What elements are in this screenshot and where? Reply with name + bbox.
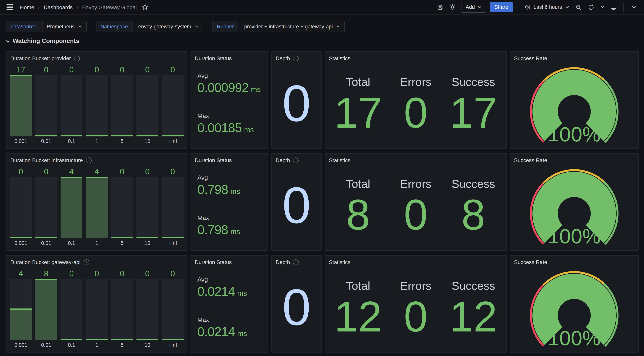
zoom-out-time-icon[interactable] <box>574 2 584 12</box>
panel-duration-status-provider: Duration Status Avg 0.000992ms Max 0.001… <box>190 51 268 149</box>
panel-header[interactable]: Duration Bucket: infrastructure i <box>6 154 187 164</box>
panel-header[interactable]: Success Rate <box>510 256 638 266</box>
breadcrumb-home[interactable]: Home <box>20 4 34 10</box>
divider <box>623 3 624 11</box>
breadcrumb-dashboards[interactable]: Dashboards <box>44 4 73 10</box>
namespace-filter-label[interactable]: Namespace <box>96 21 132 32</box>
max-unit: ms <box>244 126 254 134</box>
collapse-topbar-chevron-icon[interactable] <box>629 2 639 12</box>
avg-label: Avg <box>198 174 268 181</box>
menu-icon[interactable] <box>4 2 15 12</box>
bar-cap <box>60 339 82 340</box>
bar-track <box>111 75 133 136</box>
stat-total: Total 8 <box>346 178 370 235</box>
bar-track <box>10 177 32 238</box>
bar-track <box>60 177 82 238</box>
runner-filter-label[interactable]: Runner <box>212 21 238 32</box>
refresh-interval-chevron-icon[interactable] <box>599 2 606 12</box>
bucket-bar: 010 <box>136 64 158 147</box>
favorite-star-icon[interactable] <box>142 4 148 10</box>
bar-value-label: 8 <box>35 268 57 279</box>
bar-value-label: 0 <box>111 268 133 279</box>
panel-duration-status-gateway-api: Duration Status Avg 0.0214ms Max 0.0214m… <box>190 255 268 352</box>
grafana-dashboard: Home › Dashboards › Envoy Gateway Global… <box>0 0 644 356</box>
info-icon[interactable]: i <box>84 260 89 265</box>
bar-value-label: 0 <box>136 268 158 279</box>
stat-value: 0 <box>404 195 428 235</box>
max-value: 0.798 <box>198 223 228 237</box>
kiosk-monitor-icon[interactable] <box>608 2 618 12</box>
gauge-value-text: 100% <box>548 326 601 348</box>
success-rate-gauge: 100% <box>510 266 638 352</box>
bar-x-label: 10 <box>136 238 158 249</box>
panel-depth-gateway-api: Depth i 0 <box>272 255 322 352</box>
panel-header[interactable]: Success Rate <box>510 154 638 164</box>
bucket-bar: 170.001 <box>10 64 32 147</box>
panel-duration-status-infrastructure: Duration Status Avg 0.798ms Max 0.798ms <box>190 153 268 250</box>
datasource-filter-value-text: Prometheus <box>47 24 75 29</box>
success-rate-gauge: 100% <box>510 62 638 148</box>
stat-total: Total 12 <box>334 280 382 337</box>
refresh-icon[interactable] <box>586 2 596 12</box>
depth-value: 0 <box>282 282 311 333</box>
panel-header[interactable]: Duration Bucket: gateway-api i <box>6 256 187 266</box>
bar-x-label: 0.01 <box>35 136 57 147</box>
bar-cap <box>111 339 133 340</box>
panel-depth-provider: Depth i 0 <box>272 51 322 149</box>
divider <box>518 3 518 11</box>
info-icon[interactable]: i <box>86 158 92 163</box>
info-icon[interactable]: i <box>74 56 80 61</box>
bucket-bar: 01 <box>86 64 108 147</box>
stat-label: Total <box>346 178 370 191</box>
runner-filter-value[interactable]: provider + infrastructure + gateway-api <box>240 21 344 32</box>
bucket-bar: 40.1 <box>60 166 82 249</box>
dashboard-settings-gear-icon[interactable] <box>448 2 458 12</box>
bucket-bar: 00.1 <box>60 268 82 351</box>
stat-value: 17 <box>450 93 497 133</box>
stat-value: 8 <box>461 195 485 235</box>
panel-duration-bucket-infrastructure: Duration Bucket: infrastructure i 00.001… <box>6 153 188 250</box>
max-value: 0.00185 <box>198 121 242 135</box>
bar-value-label: 0 <box>35 166 57 177</box>
bucket-bar: 00.001 <box>10 166 32 249</box>
stat-value: 0 <box>404 93 428 133</box>
time-range-picker[interactable]: Last 6 hours <box>523 2 571 12</box>
filter-runner: Runner provider + infrastructure + gatew… <box>212 21 344 32</box>
bar-x-label: 0.001 <box>10 238 32 249</box>
duration-bucket-chart: 170.00100.0100.101050100+Inf <box>6 62 187 148</box>
bar-x-label: 5 <box>111 340 133 351</box>
bar-cap <box>10 75 32 76</box>
add-button[interactable]: Add <box>461 2 486 12</box>
depth-body: 0 <box>272 160 321 250</box>
datasource-filter-label[interactable]: datasource <box>6 21 41 32</box>
namespace-filter-value[interactable]: envoy-gateway-system <box>134 21 203 32</box>
panel-title: Duration Bucket: provider <box>10 55 71 62</box>
share-button-label: Share <box>494 4 508 10</box>
bar-x-label: 5 <box>111 136 133 147</box>
bar-fill <box>35 279 57 340</box>
bar-track <box>10 75 32 136</box>
bar-track <box>162 177 184 238</box>
duration-bucket-chart: 00.00100.0140.141050100+Inf <box>6 164 187 250</box>
row-section-watching-components[interactable]: Watching Components <box>0 32 644 48</box>
panel-header[interactable]: Duration Bucket: provider i <box>6 52 187 62</box>
panel-statistics-infrastructure: Statistics Total 8 Errors 0 Success 8 <box>325 153 507 250</box>
stat-label: Total <box>346 76 370 89</box>
datasource-filter-value[interactable]: Prometheus <box>42 21 87 32</box>
bar-cap <box>136 339 158 340</box>
share-button[interactable]: Share <box>490 2 513 12</box>
panel-header[interactable]: Success Rate <box>510 52 638 62</box>
breadcrumb-current-dashboard[interactable]: Envoy Gateway Global <box>82 4 137 10</box>
stat-label: Errors <box>400 76 431 89</box>
bucket-bar: 05 <box>111 64 133 147</box>
bar-cap <box>162 339 184 340</box>
breadcrumb-separator-icon: › <box>38 4 40 10</box>
bar-track <box>10 279 32 340</box>
bar-track <box>162 279 184 340</box>
statistics-body: Total 12 Errors 0 Success 12 <box>325 264 506 352</box>
runner-filter-value-text: provider + infrastructure + gateway-api <box>244 24 333 29</box>
save-dashboard-icon[interactable] <box>435 2 445 12</box>
avg-stat: Avg 0.000992ms <box>198 72 268 95</box>
bucket-bar: 0+Inf <box>162 166 184 249</box>
bar-value-label: 17 <box>10 64 32 75</box>
